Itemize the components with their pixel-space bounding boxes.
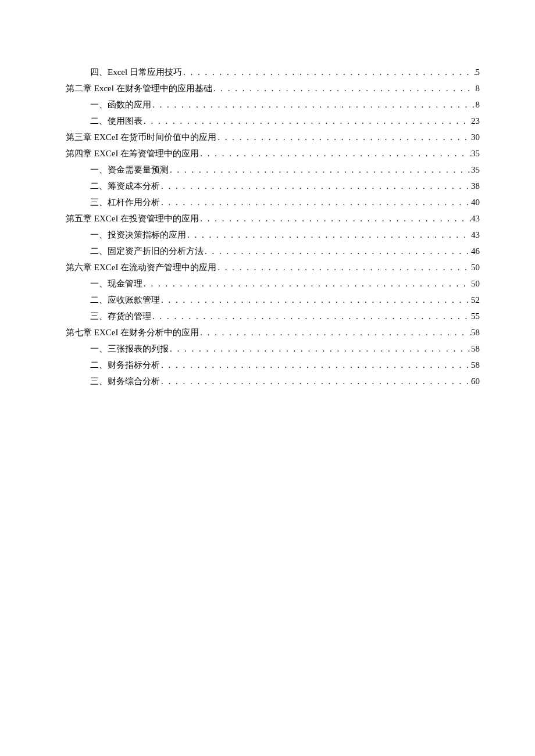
table-of-contents: 四、Excel 日常应用技巧5第二章 Excel 在财务管理中的应用基础8一、函… (55, 64, 480, 389)
toc-title: 一、三张报表的列报 (90, 341, 169, 357)
toc-title: 二、筹资成本分析 (90, 178, 160, 194)
toc-leader-dots (160, 178, 471, 194)
toc-page-number: 55 (471, 308, 480, 324)
toc-page-number: 8 (476, 80, 480, 96)
toc-entry: 第四章 EXCeI 在筹资管理中的应用35 (55, 145, 480, 162)
toc-page-number: 23 (471, 113, 480, 129)
toc-page-number: 43 (471, 227, 480, 243)
toc-entry: 第三章 EXCeI 在货币时间价值中的应用30 (55, 129, 480, 145)
toc-title: 第三章 EXCeI 在货币时间价值中的应用 (66, 129, 216, 145)
toc-page-number: 8 (476, 96, 480, 113)
toc-leader-dots (216, 129, 471, 145)
toc-leader-dots (160, 292, 471, 308)
toc-title: 三、杠杆作用分析 (90, 194, 160, 210)
toc-entry: 二、固定资产折旧的分析方法46 (55, 243, 480, 259)
toc-entry: 三、杠杆作用分析40 (55, 194, 480, 210)
toc-entry: 一、函数的应用8 (55, 96, 480, 113)
toc-entry: 三、财务综合分析60 (55, 373, 480, 389)
toc-entry: 一、三张报表的列报58 (55, 341, 480, 357)
toc-leader-dots (182, 64, 476, 80)
toc-leader-dots (151, 96, 476, 113)
toc-leader-dots (142, 275, 471, 292)
toc-leader-dots (199, 210, 471, 227)
toc-leader-dots (169, 341, 471, 357)
toc-page-number: 5 (476, 64, 480, 80)
toc-title: 二、财务指标分析 (90, 357, 160, 373)
toc-entry: 第二章 Excel 在财务管理中的应用基础8 (55, 80, 480, 96)
toc-leader-dots (160, 357, 471, 373)
toc-title: 二、应收账款管理 (90, 292, 160, 308)
toc-entry: 第六章 EXCeI 在流动资产管理中的应用50 (55, 259, 480, 275)
toc-page-number: 52 (471, 292, 480, 308)
toc-page-number: 30 (471, 129, 480, 145)
toc-leader-dots (142, 113, 471, 129)
toc-entry: 一、资金需要量预测35 (55, 162, 480, 178)
toc-page-number: 40 (471, 194, 480, 210)
toc-title: 一、现金管理 (90, 275, 142, 292)
toc-entry: 一、投资决策指标的应用43 (55, 227, 480, 243)
toc-leader-dots (151, 308, 471, 324)
toc-page-number: 58 (471, 357, 480, 373)
toc-leader-dots (160, 373, 471, 389)
toc-entry: 二、财务指标分析58 (55, 357, 480, 373)
toc-title: 三、财务综合分析 (90, 373, 160, 389)
toc-entry: 二、使用图表23 (55, 113, 480, 129)
toc-title: 第四章 EXCeI 在筹资管理中的应用 (66, 145, 199, 162)
toc-title: 第六章 EXCeI 在流动资产管理中的应用 (66, 259, 216, 275)
toc-page-number: 58 (471, 341, 480, 357)
toc-title: 三、存货的管理 (90, 308, 151, 324)
toc-page-number: 43 (471, 210, 480, 227)
toc-page-number: 60 (471, 373, 480, 389)
toc-leader-dots (216, 259, 471, 275)
toc-page-number: 50 (471, 275, 480, 292)
toc-entry: 一、现金管理50 (55, 275, 480, 292)
toc-entry: 三、存货的管理55 (55, 308, 480, 324)
toc-entry: 二、应收账款管理52 (55, 292, 480, 308)
toc-leader-dots (169, 162, 471, 178)
toc-title: 一、投资决策指标的应用 (90, 227, 186, 243)
toc-entry: 四、Excel 日常应用技巧5 (55, 64, 480, 80)
toc-leader-dots (204, 243, 471, 259)
toc-title: 一、资金需要量预测 (90, 162, 169, 178)
toc-title: 四、Excel 日常应用技巧 (90, 64, 182, 80)
toc-entry: 第五章 EXCeI 在投资管理中的应用43 (55, 210, 480, 227)
toc-title: 二、固定资产折旧的分析方法 (90, 243, 204, 259)
toc-page-number: 35 (471, 162, 480, 178)
toc-page-number: 50 (471, 259, 480, 275)
toc-leader-dots (199, 324, 471, 341)
toc-title: 二、使用图表 (90, 113, 142, 129)
toc-leader-dots (160, 194, 471, 210)
toc-title: 第五章 EXCeI 在投资管理中的应用 (66, 210, 199, 227)
toc-page-number: 35 (471, 145, 480, 162)
toc-page-number: 38 (471, 178, 480, 194)
toc-leader-dots (212, 80, 476, 96)
toc-leader-dots (186, 227, 471, 243)
toc-title: 第二章 Excel 在财务管理中的应用基础 (66, 80, 212, 96)
toc-page-number: 58 (471, 324, 480, 341)
toc-title: 第七章 EXCeI 在财务分析中的应用 (66, 324, 199, 341)
toc-page-number: 46 (471, 243, 480, 259)
toc-entry: 第七章 EXCeI 在财务分析中的应用58 (55, 324, 480, 341)
toc-title: 一、函数的应用 (90, 96, 151, 113)
toc-leader-dots (199, 145, 471, 162)
toc-entry: 二、筹资成本分析38 (55, 178, 480, 194)
